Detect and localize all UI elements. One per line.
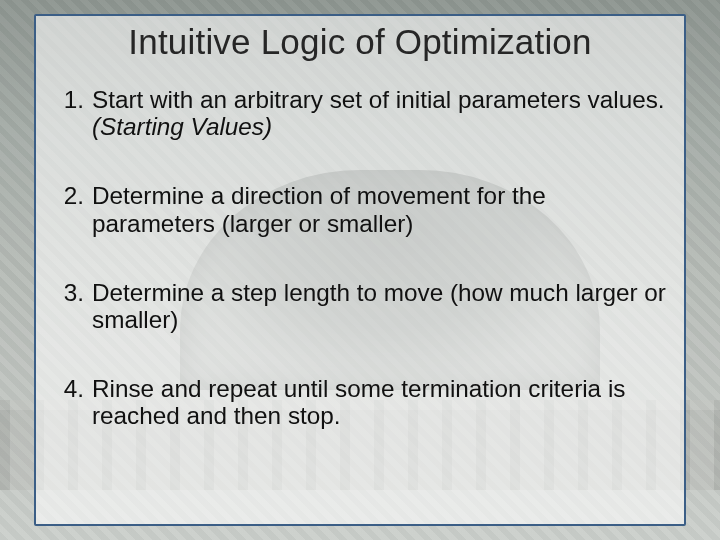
- list-item-text: Determine a step length to move (how muc…: [92, 279, 666, 333]
- slide-bullet-list: Start with an arbitrary set of initial p…: [54, 86, 666, 430]
- list-item-text: Start with an arbitrary set of initial p…: [92, 86, 665, 113]
- list-item: Determine a step length to move (how muc…: [88, 279, 666, 333]
- list-item-text: Determine a direction of movement for th…: [92, 182, 546, 236]
- slide-content-frame: Intuitive Logic of Optimization Start wi…: [34, 14, 686, 526]
- list-item-subnote: (Starting Values): [92, 113, 666, 140]
- list-item: Start with an arbitrary set of initial p…: [88, 86, 666, 140]
- list-item-text: Rinse and repeat until some termination …: [92, 375, 625, 429]
- slide-title: Intuitive Logic of Optimization: [54, 22, 666, 62]
- list-item: Rinse and repeat until some termination …: [88, 375, 666, 429]
- list-item: Determine a direction of movement for th…: [88, 182, 666, 236]
